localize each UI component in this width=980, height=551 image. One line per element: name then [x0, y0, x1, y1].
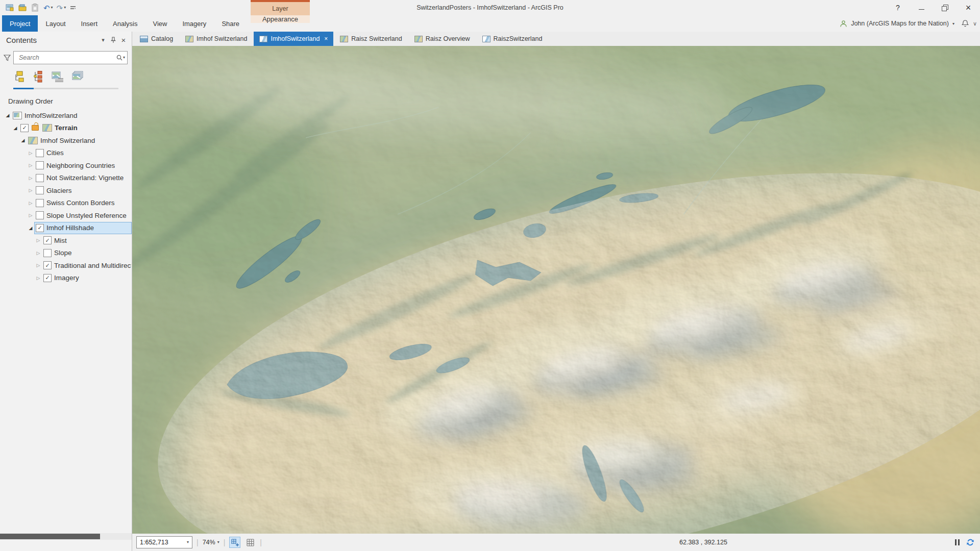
scale-selector[interactable]: 1:652,713 ▾ — [136, 536, 192, 548]
selected-layer-row-content[interactable]: ✓Imhof Hillshade — [34, 222, 132, 234]
expander-open-icon[interactable]: ◢ — [4, 113, 11, 118]
layer-visibility-checkbox[interactable] — [36, 211, 44, 219]
redo-caret-icon[interactable]: ▾ — [64, 6, 66, 10]
redo-button[interactable]: ↷ ▾ — [57, 4, 66, 12]
ribbon-tab-imagery[interactable]: Imagery — [175, 15, 214, 32]
view-tab-raiszswitzerland[interactable]: RaiszSwitzerland — [477, 32, 548, 46]
ribbon-tab-layout[interactable]: Layout — [38, 15, 73, 32]
view-tab-imhof-switzerland[interactable]: Imhof Switzerland — [180, 32, 253, 46]
account-name[interactable]: John (ArcGIS Maps for the Nation) — [851, 20, 949, 27]
zoom-percent-control[interactable]: 74% ▾ — [203, 539, 219, 546]
layer-tree-row[interactable]: ▷Slope — [0, 247, 132, 260]
layer-visibility-checkbox[interactable]: ✓ — [36, 224, 44, 232]
ribbon-tab-analysis[interactable]: Analysis — [105, 15, 145, 32]
refresh-icon[interactable] — [966, 538, 975, 547]
ribbon-tab-project[interactable]: Project — [2, 15, 38, 32]
view-tab-raisz-switzerland[interactable]: Raisz Switzerland — [334, 32, 407, 46]
list-by-editing-button[interactable] — [71, 70, 84, 88]
expander-closed-icon[interactable]: ▷ — [27, 176, 34, 181]
expander-closed-icon[interactable]: ▷ — [35, 251, 42, 256]
panel-close-icon[interactable]: × — [118, 35, 129, 45]
expander-closed-icon[interactable]: ▷ — [35, 263, 42, 268]
grid-button[interactable] — [244, 537, 256, 548]
customize-qat-button[interactable] — [69, 4, 77, 11]
layer-row-content[interactable]: Not Switzerland: Vignette — [34, 172, 132, 184]
list-by-source-button[interactable] — [32, 70, 44, 88]
layer-visibility-checkbox[interactable] — [36, 174, 44, 182]
scrollbar-thumb[interactable] — [0, 534, 100, 539]
layer-tree-row[interactable]: ▷Swiss Conton Borders — [0, 197, 132, 210]
help-button[interactable]: ? — [886, 0, 910, 15]
view-tab-catalog[interactable]: Catalog — [134, 32, 179, 46]
layer-tree-row[interactable]: ▷Slope Unstyled Reference — [0, 209, 132, 222]
layer-visibility-checkbox[interactable] — [36, 186, 44, 194]
expander-closed-icon[interactable]: ▷ — [35, 276, 42, 281]
layer-row-content[interactable]: Neighboring Countries — [34, 159, 132, 171]
expander-closed-icon[interactable]: ▷ — [27, 188, 34, 193]
undo-caret-icon[interactable]: ▾ — [51, 6, 53, 10]
ribbon-tab-share[interactable]: Share — [214, 15, 247, 32]
layer-row-content[interactable]: ImhofSwitzerland — [11, 109, 132, 121]
map-view[interactable] — [132, 46, 980, 534]
snap-to-grid-button[interactable] — [229, 537, 240, 548]
save-project-button[interactable] — [5, 3, 14, 12]
layer-visibility-checkbox[interactable]: ✓ — [43, 261, 52, 269]
layer-row-content[interactable]: Glaciers — [34, 184, 132, 196]
contents-horizontal-scrollbar[interactable] — [0, 533, 132, 540]
ribbon-tab-view[interactable]: View — [145, 15, 175, 32]
ribbon-tab-appearance[interactable]: Appearance — [251, 15, 310, 23]
account-caret-icon[interactable]: ▾ — [952, 21, 954, 26]
layer-visibility-checkbox[interactable]: ✓ — [20, 124, 29, 132]
layer-tree-row[interactable]: ◢✓Terrain — [0, 122, 132, 135]
layer-tree-row[interactable]: ▷Not Switzerland: Vignette — [0, 172, 132, 185]
panel-pin-icon[interactable] — [108, 35, 118, 45]
layer-visibility-checkbox[interactable] — [36, 161, 44, 169]
layer-tree-row[interactable]: ▷✓Imagery — [0, 272, 132, 285]
layer-tree-row[interactable]: ▷✓Traditional and Multidirectiona — [0, 259, 132, 272]
minimize-button[interactable] — [910, 0, 933, 15]
panel-menu-caret-icon[interactable]: ▾ — [98, 35, 108, 45]
search-input[interactable] — [18, 54, 116, 62]
expander-open-icon[interactable]: ◢ — [12, 126, 19, 131]
open-project-button[interactable] — [18, 3, 27, 12]
layer-tree-row[interactable]: ▷Neighboring Countries — [0, 159, 132, 172]
layer-visibility-checkbox[interactable] — [43, 249, 52, 257]
layer-row-content[interactable]: Imhof Switzerland — [27, 134, 132, 146]
layer-visibility-checkbox[interactable] — [36, 199, 44, 207]
restore-button[interactable] — [933, 0, 957, 15]
layer-row-content[interactable]: ✓Terrain — [19, 122, 132, 134]
layer-row-content[interactable]: ✓Imagery — [42, 272, 132, 284]
layer-tree-row[interactable]: ▷✓Mist — [0, 234, 132, 247]
close-view-tab-icon[interactable]: × — [324, 35, 328, 42]
layer-row-content[interactable]: ✓Mist — [42, 234, 132, 246]
layer-row-content[interactable]: Slope — [42, 247, 132, 259]
expander-closed-icon[interactable]: ▷ — [27, 213, 34, 218]
layer-tree-row[interactable]: ▷Cities — [0, 147, 132, 160]
layer-row-content[interactable]: Swiss Conton Borders — [34, 197, 132, 209]
list-by-drawing-order-button[interactable] — [13, 70, 26, 88]
layer-tree-row[interactable]: ◢ImhofSwitzerland — [0, 109, 132, 122]
list-by-snapping-button[interactable] — [51, 70, 64, 88]
expander-closed-icon[interactable]: ▷ — [27, 151, 34, 156]
layer-row-content[interactable]: ✓Traditional and Multidirectiona — [42, 259, 132, 271]
notifications-bell-icon[interactable] — [961, 19, 969, 28]
expander-open-icon[interactable]: ◢ — [27, 226, 34, 231]
unlock-icon[interactable] — [32, 125, 39, 131]
layer-visibility-checkbox[interactable]: ✓ — [43, 274, 52, 282]
layer-row-content[interactable]: Slope Unstyled Reference — [34, 209, 132, 221]
search-icon[interactable] — [116, 54, 123, 61]
minimize-ribbon-chevron-icon[interactable]: ∨ — [973, 20, 977, 27]
expander-closed-icon[interactable]: ▷ — [27, 163, 34, 168]
layer-tree-row[interactable]: ◢✓Imhof Hillshade — [0, 222, 132, 235]
expander-open-icon[interactable]: ◢ — [19, 138, 27, 143]
layer-tree-row[interactable]: ▷Glaciers — [0, 184, 132, 197]
view-tab-raisz-overview[interactable]: Raisz Overview — [409, 32, 476, 46]
search-options-caret-icon[interactable]: ▾ — [123, 56, 125, 60]
close-button[interactable]: × — [957, 0, 980, 15]
layer-visibility-checkbox[interactable]: ✓ — [43, 236, 52, 244]
expander-closed-icon[interactable]: ▷ — [35, 238, 42, 243]
paste-button[interactable] — [31, 3, 40, 12]
expander-closed-icon[interactable]: ▷ — [27, 201, 34, 206]
layer-row-content[interactable]: Cities — [34, 147, 132, 159]
layer-tree-row[interactable]: ◢Imhof Switzerland — [0, 134, 132, 147]
